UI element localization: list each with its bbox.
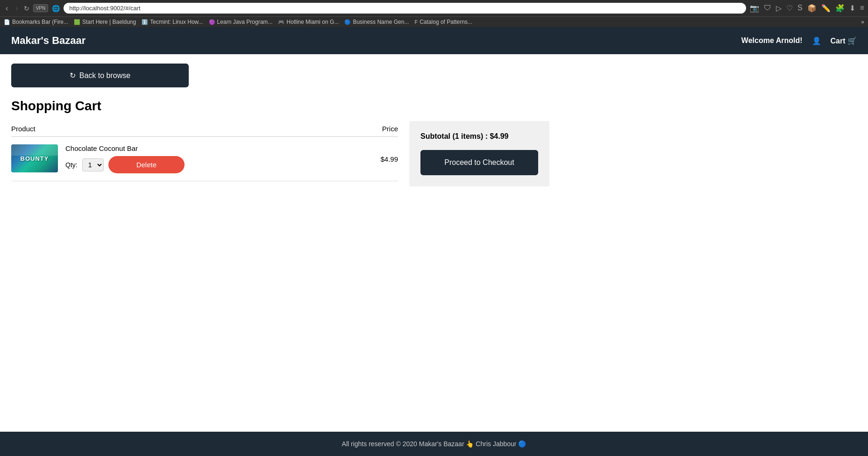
bookmarks-bar: 📄 Bookmarks Bar (Fire... 🟩 Start Here | … xyxy=(0,16,868,27)
cart-layout: Product Price BOUNTY Chocolate Co xyxy=(11,121,549,186)
product-column-header: Product xyxy=(11,121,363,137)
table-row: BOUNTY Chocolate Coconut Bar Qty: 1 2 xyxy=(11,137,398,181)
page-title: Shopping Cart xyxy=(11,99,549,114)
bookmark-label: Hotline Miami on G... xyxy=(286,19,339,25)
bookmark-icon: 🔵 xyxy=(344,19,351,25)
back-button-label: Back to browse xyxy=(79,71,130,80)
heart-icon[interactable]: ♡ xyxy=(786,4,793,13)
product-price: $4.99 xyxy=(363,137,398,181)
cart-table: Product Price BOUNTY Chocolate Co xyxy=(11,121,398,181)
bookmark-item[interactable]: 📄 Bookmarks Bar (Fire... xyxy=(4,19,68,25)
s-icon[interactable]: S xyxy=(797,4,803,13)
browser-chrome: ‹ › ↻ VPN 🌐 📷 🛡 ▷ ♡ S 📦 ✏️ 🧩 ⬇ ≡ xyxy=(0,0,868,16)
bookmark-label: Business Name Gen... xyxy=(353,19,409,25)
bookmark-icon: ℹ️ xyxy=(142,19,148,25)
bookmark-label: Start Here | Baeldung xyxy=(82,19,136,25)
app-logo: Makar's Bazaar xyxy=(11,35,85,47)
delete-button[interactable]: Delete xyxy=(108,156,185,173)
bookmark-item[interactable]: F Catalog of Patterns... xyxy=(414,19,472,25)
address-bar[interactable] xyxy=(64,3,746,14)
refresh-button[interactable]: ↻ xyxy=(24,5,29,12)
cart-link[interactable]: Cart 🛒 xyxy=(831,36,857,45)
product-name: Chocolate Coconut Bar xyxy=(65,144,185,152)
bookmark-label: Catalog of Patterns... xyxy=(420,19,472,25)
shield-icon[interactable]: 🛡 xyxy=(764,4,771,13)
more-bookmarks-icon[interactable]: » xyxy=(861,19,864,25)
product-cell: BOUNTY Chocolate Coconut Bar Qty: 1 2 xyxy=(11,137,363,181)
bookmark-label: Tecmint: Linux How... xyxy=(150,19,203,25)
forward-nav-button[interactable]: › xyxy=(14,3,20,14)
edit-icon[interactable]: ✏️ xyxy=(821,4,831,13)
puzzle-icon[interactable]: 🧩 xyxy=(835,4,845,13)
welcome-message: Welcome Arnold! xyxy=(741,36,803,45)
bookmark-item[interactable]: ℹ️ Tecmint: Linux How... xyxy=(142,19,203,25)
qty-row: Qty: 1 2 3 4 5 Delete xyxy=(65,156,185,173)
bookmark-item[interactable]: 🎮 Hotline Miami on G... xyxy=(278,19,339,25)
download-icon[interactable]: ⬇ xyxy=(849,4,855,13)
price-column-header: Price xyxy=(363,121,398,137)
menu-icon[interactable]: ≡ xyxy=(860,4,864,13)
summary-panel: Subtotal (1 items) : $4.99 Proceed to Ch… xyxy=(409,121,549,186)
bookmark-icon: 🟩 xyxy=(74,19,80,25)
main-content: ↻ Back to browse Shopping Cart Product P… xyxy=(0,54,561,196)
qty-label: Qty: xyxy=(65,161,78,169)
bookmark-item[interactable]: 🟩 Start Here | Baeldung xyxy=(74,19,136,25)
product-image: BOUNTY xyxy=(11,144,58,172)
back-nav-button[interactable]: ‹ xyxy=(4,3,10,14)
camera-icon[interactable]: 📷 xyxy=(750,4,759,13)
header-right: Welcome Arnold! 👤 Cart 🛒 xyxy=(741,36,857,45)
back-arrow-icon: ↻ xyxy=(70,71,76,80)
app-header: Makar's Bazaar Welcome Arnold! 👤 Cart 🛒 xyxy=(0,27,868,54)
send-icon[interactable]: ▷ xyxy=(776,4,782,13)
bookmark-item[interactable]: 🔵 Business Name Gen... xyxy=(344,19,409,25)
bookmark-label: Learn Java Program... xyxy=(217,19,273,25)
box-icon[interactable]: 📦 xyxy=(807,4,817,13)
qty-select[interactable]: 1 2 3 4 5 xyxy=(82,158,104,171)
checkout-button[interactable]: Proceed to Checkout xyxy=(420,150,538,175)
bookmark-item[interactable]: 🟣 Learn Java Program... xyxy=(209,19,273,25)
product-info: Chocolate Coconut Bar Qty: 1 2 3 4 xyxy=(65,144,185,173)
bookmark-icon: 🎮 xyxy=(278,19,285,25)
bookmark-icon: 📄 xyxy=(4,19,10,25)
user-icon: 👤 xyxy=(812,36,821,45)
browser-toolbar-icons: 📷 🛡 ▷ ♡ S 📦 ✏️ 🧩 ⬇ ≡ xyxy=(750,4,864,13)
vpn-badge: VPN xyxy=(33,4,49,12)
subtotal-text: Subtotal (1 items) : $4.99 xyxy=(420,132,538,141)
globe-icon: 🌐 xyxy=(52,5,60,12)
bookmark-icon: 🟣 xyxy=(209,19,215,25)
bookmark-icon: F xyxy=(414,19,418,25)
cart-table-container: Product Price BOUNTY Chocolate Co xyxy=(11,121,398,181)
back-to-browse-button[interactable]: ↻ Back to browse xyxy=(11,64,189,87)
bookmark-label: Bookmarks Bar (Fire... xyxy=(12,19,68,25)
